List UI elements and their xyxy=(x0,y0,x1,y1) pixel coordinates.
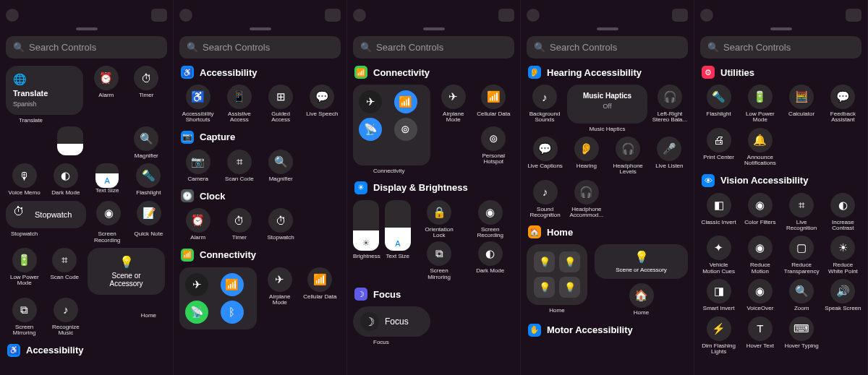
slider-1[interactable] xyxy=(57,126,83,155)
announce-tile[interactable]: 🔔Announce Notifications xyxy=(741,128,778,167)
stopwatch-card[interactable]: ⏱ Stopwatch xyxy=(6,201,86,228)
accessibility-shortcuts-tile[interactable]: ♿Accessibility Shortcuts xyxy=(179,85,216,124)
pill-left[interactable] xyxy=(6,9,19,22)
live-captions-tile[interactable]: 💬Live Captions xyxy=(527,137,563,176)
brightness-slider[interactable]: ☀ xyxy=(353,200,379,251)
magnifier-tile[interactable]: 🔍Magnifier xyxy=(263,150,299,182)
airdrop-toggle[interactable]: ⊚ xyxy=(394,118,417,141)
alarm-tile[interactable]: ⏰Alarm xyxy=(179,208,216,241)
color-filters-tile[interactable]: ◉Color Filters xyxy=(741,193,778,232)
flashlight-tile[interactable]: 🔦Flashlight xyxy=(130,163,167,196)
orientation-lock-tile[interactable]: 🔒Orientation Lock xyxy=(415,200,464,239)
low-power-tile[interactable]: 🔋Low Power Mode xyxy=(6,248,43,295)
live-speech-tile[interactable]: 💬Live Speech xyxy=(304,85,341,124)
increase-contrast-tile[interactable]: ◐Increase Contrast xyxy=(825,193,861,232)
cellular-toggle[interactable]: 📶 xyxy=(221,273,244,296)
stopwatch-tile[interactable]: ⏱Stopwatch xyxy=(263,208,299,241)
wifi-toggle[interactable]: 📡 xyxy=(185,301,208,324)
reduce-motion-tile[interactable]: ◉Reduce Motion xyxy=(741,236,778,275)
hearing-tile[interactable]: 👂Hearing xyxy=(568,137,605,176)
classic-invert-tile[interactable]: ◧Classic Invert xyxy=(700,193,737,232)
grabber[interactable] xyxy=(423,27,445,30)
search-field[interactable]: 🔍 Search Controls xyxy=(6,36,167,59)
bluetooth-toggle[interactable]: ᛒ xyxy=(221,301,244,324)
screen-recording-tile[interactable]: ◉Screen Recording xyxy=(466,200,514,239)
recognize-music-tile[interactable]: ♪Recognize Music xyxy=(47,298,84,337)
accessibility-icon: ♿ xyxy=(7,344,20,357)
search-field[interactable]: 🔍Search Controls xyxy=(353,36,514,59)
screen-record-tile[interactable]: ◉ xyxy=(90,201,127,228)
quick-note-tile[interactable]: 📝 xyxy=(131,201,167,228)
reduce-transparency-tile[interactable]: ▢Reduce Transparency xyxy=(783,236,820,275)
search-field[interactable]: 🔍Search Controls xyxy=(179,36,341,59)
live-recognition-tile[interactable]: ⌗Live Recognition xyxy=(783,193,820,232)
scene-accessory-card[interactable]: 💡 Scene or Accessory xyxy=(595,244,688,279)
search-field[interactable]: 🔍Search Controls xyxy=(700,36,861,59)
zoom-tile[interactable]: 🔍Zoom xyxy=(783,279,820,311)
cellular-data-tile[interactable]: 📶Cellular Data xyxy=(475,85,513,124)
airplane-toggle[interactable]: ✈ xyxy=(359,90,382,113)
hotspot-tile[interactable]: ⊚Personal Hotspot xyxy=(475,126,513,165)
headphone-accommod-tile[interactable]: 🎧Headphone Accommod... xyxy=(568,180,605,219)
assistive-access-tile[interactable]: 📱Assistive Access xyxy=(221,85,258,124)
timer-tile[interactable]: ⏱Timer xyxy=(221,208,258,241)
background-sounds-tile[interactable]: ♪Background Sounds xyxy=(527,85,563,124)
dim-flashing-tile[interactable]: ⚡Dim Flashing Lights xyxy=(700,316,737,355)
connectivity-cluster[interactable]: ✈ 📶 📡 ᛒ xyxy=(179,267,257,329)
grabber[interactable] xyxy=(597,27,618,30)
calculator-tile[interactable]: 🧮Calculator xyxy=(783,85,820,124)
accessibility-section: ♿ Accessibility xyxy=(7,344,167,357)
speak-screen-tile[interactable]: 🔊Speak Screen xyxy=(825,279,861,311)
wifi-toggle[interactable]: 📡 xyxy=(359,118,382,141)
smart-invert-tile[interactable]: ◨Smart Invert xyxy=(700,279,737,311)
home-tile[interactable]: 🏠Home xyxy=(595,283,688,316)
home-grid-tile[interactable]: 💡💡💡💡 xyxy=(527,244,587,305)
stereo-balance-tile[interactable]: 🎧Left-Right Stereo Bala... xyxy=(652,85,688,124)
reduce-white-point-tile[interactable]: ☀Reduce White Point xyxy=(825,236,861,275)
live-listen-tile[interactable]: 🎤Live Listen xyxy=(651,137,688,176)
voiceover-tile[interactable]: ◉VoiceOver xyxy=(741,279,778,311)
low-power-tile[interactable]: 🔋Low Power Mode xyxy=(741,85,778,124)
cellular-data-tile[interactable]: 📶Cellular Data xyxy=(302,267,339,329)
vehicle-motion-tile[interactable]: ✦Vehicle Motion Cues xyxy=(700,236,737,275)
timer-tile[interactable]: ⏱Timer xyxy=(128,66,166,115)
music-haptics-card[interactable]: Music Haptics Off xyxy=(567,85,647,124)
focus-icon: ☽ xyxy=(354,288,367,301)
connectivity-cluster[interactable]: ✈ 📶 📡 ⊚ xyxy=(353,85,430,165)
text-size-tile[interactable]: AText Size xyxy=(89,163,126,196)
airplane-mode-tile[interactable]: ✈Airplane Mode xyxy=(261,267,299,329)
focus-pill[interactable]: ☽ Focus xyxy=(353,306,430,337)
hover-text-tile[interactable]: THover Text xyxy=(741,316,778,355)
translate-card[interactable]: 🌐 Translate Spanish xyxy=(6,66,83,115)
camera-tile[interactable]: 📷Camera xyxy=(179,150,216,182)
scan-code-tile[interactable]: ⌗Scan Code xyxy=(46,248,84,295)
print-center-tile[interactable]: 🖨Print Center xyxy=(700,128,737,167)
feedback-tile[interactable]: 💬Feedback Assistant xyxy=(825,85,861,124)
guided-access-tile[interactable]: ⊞Guided Access xyxy=(263,85,299,124)
translate-sub: Spanish xyxy=(13,100,76,108)
pill-right[interactable] xyxy=(151,9,167,22)
scan-code-tile[interactable]: ⌗Scan Code xyxy=(221,150,258,182)
cellular-toggle[interactable]: 📶 xyxy=(394,90,417,113)
airplane-toggle[interactable]: ✈ xyxy=(185,273,208,296)
sound-recognition-tile[interactable]: ♪Sound Recognition xyxy=(527,180,563,219)
hover-typing-tile[interactable]: ⌨Hover Typing xyxy=(783,316,820,355)
headphone-levels-tile[interactable]: 🎧Headphone Levels xyxy=(610,137,647,176)
alarm-tile[interactable]: ⏰Alarm xyxy=(88,66,125,115)
search-icon: 🔍 xyxy=(534,42,545,53)
search-field[interactable]: 🔍Search Controls xyxy=(527,36,688,59)
text-size-slider[interactable]: A xyxy=(385,200,411,251)
dark-mode-tile[interactable]: ◐Dark Mode xyxy=(466,241,514,280)
screen-mirror-tile[interactable]: ⧉Screen Mirroring xyxy=(6,298,43,337)
dark-mode-tile[interactable]: ◐Dark Mode xyxy=(47,163,84,196)
grabber[interactable] xyxy=(76,27,98,30)
scene-card[interactable]: 💡 Scene or Accessory xyxy=(88,248,165,295)
airplane-mode-tile[interactable]: ✈Airplane Mode xyxy=(435,85,472,124)
flashlight-tile[interactable]: 🔦Flashlight xyxy=(700,85,737,124)
utilities-icon: ⚙ xyxy=(702,66,715,79)
voice-memo-tile[interactable]: 🎙Voice Memo xyxy=(6,163,43,196)
screen-mirroring-tile[interactable]: ⧉Screen Mirroring xyxy=(415,241,464,280)
grabber[interactable] xyxy=(250,27,271,30)
magnifier-tile[interactable]: 🔍Magnifier xyxy=(128,126,166,159)
grabber[interactable] xyxy=(770,27,792,30)
